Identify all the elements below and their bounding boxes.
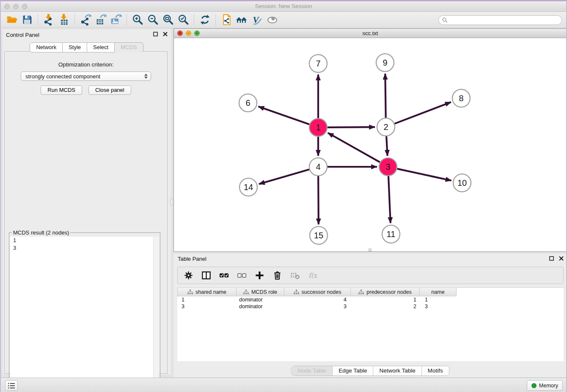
clear-table-icon xyxy=(290,271,300,280)
graph-edge-2-3[interactable] xyxy=(386,136,387,156)
search-input[interactable] xyxy=(450,17,558,23)
table-panel-title: Table Panel xyxy=(178,256,206,262)
export-image-icon xyxy=(110,14,122,26)
clear-table-button xyxy=(290,271,300,280)
import-network-button[interactable] xyxy=(41,13,56,27)
tab-select[interactable]: Select xyxy=(87,42,115,52)
add-column-button[interactable] xyxy=(255,271,264,280)
home-view-button[interactable] xyxy=(234,13,249,27)
mcds-panel: Optimization criterion: strongly connect… xyxy=(4,51,168,374)
column-header-MCDS-role[interactable]: MCDS role xyxy=(237,288,284,296)
show-columns-icon xyxy=(201,271,211,280)
graph-edge-3-1[interactable] xyxy=(328,133,380,162)
show-hide-panels-button[interactable] xyxy=(264,13,280,27)
select-all-columns-button[interactable] xyxy=(219,271,229,280)
table-row[interactable]: 3dominator323 xyxy=(177,303,564,310)
search-box[interactable] xyxy=(438,15,562,25)
mcds-result-list: 13 xyxy=(10,237,159,392)
function-builder-button: f(x) xyxy=(308,271,318,280)
tab-mcds[interactable]: MCDS xyxy=(114,42,143,52)
main-toolbar: V xyxy=(1,12,566,28)
result-item[interactable]: 1 xyxy=(10,237,159,244)
graph-edge-1-6[interactable] xyxy=(259,107,310,124)
import-table-button[interactable] xyxy=(56,13,72,27)
table-cell: 3 xyxy=(420,303,457,310)
graph-node-label: 2 xyxy=(383,122,388,132)
refresh-network-button[interactable] xyxy=(197,13,212,27)
table-row[interactable]: 1dominator411 xyxy=(177,296,564,303)
toolbar-divider xyxy=(38,14,38,25)
zoom-fit-button[interactable] xyxy=(160,13,176,27)
graph-node-label: 11 xyxy=(387,229,396,239)
delete-column-button[interactable] xyxy=(272,271,282,280)
export-image-button[interactable] xyxy=(108,13,124,27)
column-header-name[interactable]: name xyxy=(420,288,457,296)
graph-node-label: 4 xyxy=(316,162,320,171)
close-table-panel-icon[interactable] xyxy=(559,256,564,261)
float-panel-icon[interactable] xyxy=(153,32,158,36)
hierarchy-icon xyxy=(294,290,299,294)
zoom-selected-button[interactable] xyxy=(176,13,191,27)
column-header-shared-name[interactable]: shared name xyxy=(177,288,237,296)
show-columns-button[interactable] xyxy=(201,271,211,280)
task-history-button[interactable] xyxy=(5,380,18,391)
result-scrollbar[interactable] xyxy=(153,237,159,392)
refresh-network-icon xyxy=(199,14,211,26)
tab-edge-table[interactable]: Edge Table xyxy=(332,366,373,375)
tab-network[interactable]: Network xyxy=(30,42,63,52)
export-network-button[interactable] xyxy=(78,13,93,27)
list-icon xyxy=(7,382,16,389)
network-canvas[interactable]: 1234678910111415 xyxy=(174,38,567,251)
open-session-button[interactable] xyxy=(4,13,19,27)
run-mcds-button[interactable]: Run MCDS xyxy=(41,86,82,95)
table-cell: 1 xyxy=(420,296,457,303)
criterion-select[interactable]: strongly connected component xyxy=(21,72,151,81)
graph-edge-3-10[interactable] xyxy=(397,169,451,181)
vizmapper-button[interactable]: V xyxy=(249,13,264,27)
graph-node-label: 14 xyxy=(244,182,253,192)
tab-node-table[interactable]: Node Table xyxy=(292,366,332,375)
column-header-predecessor-nodes[interactable]: predecessor nodes xyxy=(351,288,420,296)
zoom-in-icon xyxy=(132,14,144,26)
mcds-result-group: MCDS result (2 nodes) 13 xyxy=(9,232,160,392)
graph-edge-4-14[interactable] xyxy=(259,169,309,184)
tab-style[interactable]: Style xyxy=(62,42,87,52)
zoom-out-button[interactable] xyxy=(145,13,160,27)
column-settings-gear-button[interactable] xyxy=(184,271,193,280)
graph-node-label: 7 xyxy=(316,59,320,68)
function-builder-icon: f(x) xyxy=(308,271,318,280)
vizmapper-icon: V xyxy=(251,14,263,26)
column-header-successor-nodes[interactable]: successor nodes xyxy=(284,288,351,296)
svg-text:f(x): f(x) xyxy=(308,272,318,279)
float-table-panel-icon[interactable] xyxy=(549,256,554,261)
tab-motifs[interactable]: Motifs xyxy=(421,366,449,375)
graph-edge-1-2[interactable] xyxy=(328,127,375,127)
graph-edge-4-15[interactable] xyxy=(318,176,319,224)
mcds-result-title: MCDS result (2 nodes) xyxy=(12,229,70,236)
panel-divider-grip[interactable] xyxy=(170,199,173,205)
result-item[interactable]: 3 xyxy=(10,244,159,252)
save-session-button[interactable] xyxy=(19,13,35,27)
hierarchy-icon xyxy=(243,290,249,294)
add-column-icon xyxy=(255,271,264,280)
export-table-button[interactable] xyxy=(93,13,108,27)
close-panel-button[interactable]: Close panel xyxy=(88,86,131,95)
toolbar-divider xyxy=(194,14,194,25)
graph-edge-2-8[interactable] xyxy=(395,102,451,124)
close-panel-icon[interactable] xyxy=(163,32,168,36)
hierarchy-icon xyxy=(358,290,364,294)
graph-node-label: 1 xyxy=(316,123,320,132)
control-panel-tabs: NetworkStyleSelectMCDS xyxy=(3,42,171,52)
memory-button[interactable]: Memory xyxy=(527,380,563,391)
tab-network-table[interactable]: Network Table xyxy=(373,366,421,375)
show-hide-panels-icon xyxy=(266,14,278,26)
network-snapshot-icon xyxy=(220,14,233,26)
graph-node-label: 3 xyxy=(385,162,390,171)
network-resize-grip[interactable] xyxy=(369,248,372,251)
unselect-all-columns-button[interactable] xyxy=(237,271,247,280)
graph-node-label: 8 xyxy=(459,94,463,103)
graph-edge-2-9[interactable] xyxy=(385,74,385,118)
graph-edge-3-11[interactable] xyxy=(388,176,391,223)
network-snapshot-button[interactable] xyxy=(219,13,234,27)
zoom-in-button[interactable] xyxy=(130,13,145,27)
